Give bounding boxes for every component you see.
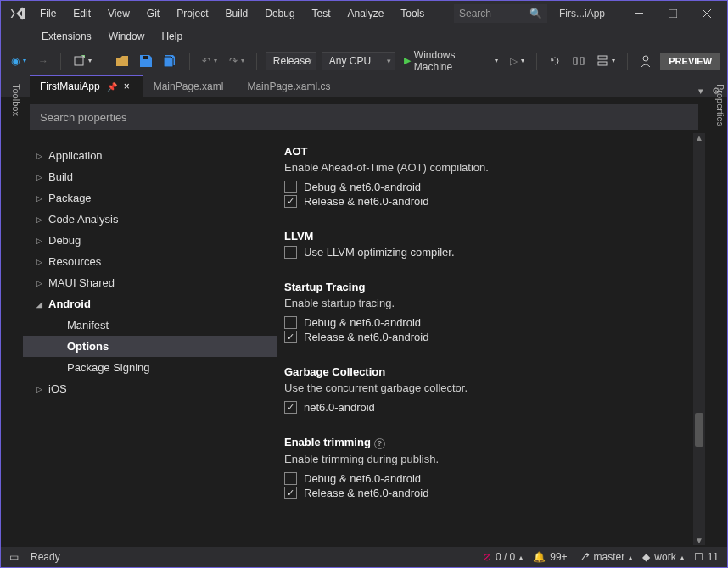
maximize-button[interactable] xyxy=(656,2,690,25)
tree-resources[interactable]: ▷Resources xyxy=(23,251,277,272)
statusbar: ▭ Ready ⊘0 / 0▴ 🔔99+ ⎇master▴ ◆work▴ ☐11 xyxy=(1,547,727,567)
svg-point-8 xyxy=(643,56,648,61)
config-dropdown[interactable]: Release xyxy=(266,52,316,70)
new-item-button[interactable]: ▾ xyxy=(70,53,95,69)
tab-mainpage-xaml[interactable]: MainPage.xaml xyxy=(143,76,238,97)
vertical-scrollbar[interactable]: ▲ ▼ xyxy=(693,133,705,545)
checkbox-aot-release[interactable] xyxy=(284,195,297,208)
output-icon[interactable]: ▭ xyxy=(9,551,19,563)
tree-ios[interactable]: ▷iOS xyxy=(23,378,277,399)
menu-tools[interactable]: Tools xyxy=(392,4,433,23)
menubar-row2: Extensions Window Help xyxy=(1,26,727,47)
document-tabs: FirstMauiApp 📌 × MainPage.xaml MainPage.… xyxy=(1,75,727,97)
close-button[interactable] xyxy=(690,2,724,25)
close-icon[interactable]: × xyxy=(124,81,130,92)
tree-code-analysis[interactable]: ▷Code Analysis xyxy=(23,209,277,230)
menu-view[interactable]: View xyxy=(99,4,138,23)
save-all-button[interactable] xyxy=(160,53,181,69)
undo-button[interactable]: ↶ ▾ xyxy=(199,53,221,69)
menu-project[interactable]: Project xyxy=(168,4,216,23)
tab-firstmauiapp[interactable]: FirstMauiApp 📌 × xyxy=(30,75,143,97)
toolbox-sidetab[interactable]: Toolbox xyxy=(3,79,21,116)
status-right: ⊘0 / 0▴ 🔔99+ ⎇master▴ ◆work▴ ☐11 xyxy=(483,551,719,563)
checkbox-llvm[interactable] xyxy=(284,246,297,259)
menu-debug[interactable]: Debug xyxy=(256,4,303,23)
tab-label: MainPage.xaml xyxy=(154,81,224,92)
menu-analyze[interactable]: Analyze xyxy=(339,4,393,23)
preview-button[interactable]: PREVIEW xyxy=(660,53,720,70)
status-notifications[interactable]: 🔔99+ xyxy=(533,551,567,563)
scroll-up-icon[interactable]: ▲ xyxy=(695,133,703,142)
section-title: Garbage Collection xyxy=(284,365,688,378)
tree-package[interactable]: ▷Package xyxy=(23,187,277,209)
search-properties-input[interactable]: Search properties xyxy=(30,104,698,130)
platform-dropdown[interactable]: Any CPU xyxy=(322,52,395,70)
checkbox-tracing-debug[interactable] xyxy=(284,316,297,329)
branch-name: master xyxy=(594,551,625,563)
menu-window[interactable]: Window xyxy=(100,27,154,46)
tree-android[interactable]: ◢Android xyxy=(23,293,277,315)
check-label: Debug & net6.0-android xyxy=(304,472,421,485)
tree-label: Resources xyxy=(48,255,101,268)
separator xyxy=(256,53,257,70)
tree-label: MAUI Shared xyxy=(48,276,115,289)
properties-sidetab[interactable]: Properties xyxy=(707,79,725,126)
tab-overflow-icon[interactable]: ▾ xyxy=(698,86,703,97)
redo-button[interactable]: ↷ ▾ xyxy=(226,53,248,69)
tree-options[interactable]: Options xyxy=(23,336,277,357)
separator xyxy=(189,53,190,70)
live-share-icon[interactable] xyxy=(636,53,655,69)
align-icon[interactable]: ▾ xyxy=(593,53,619,69)
checkbox-gc[interactable] xyxy=(284,401,297,414)
hot-reload-icon[interactable] xyxy=(546,53,564,69)
tab-label: FirstMauiApp xyxy=(40,81,100,92)
run-button[interactable]: ▶ Windows Machine ▾ xyxy=(400,47,502,75)
menu-build[interactable]: Build xyxy=(217,4,257,23)
nav-fwd-button[interactable]: → xyxy=(35,53,52,69)
status-line[interactable]: ☐11 xyxy=(694,551,719,563)
separator xyxy=(104,53,104,70)
step-icon[interactable] xyxy=(569,53,588,69)
scroll-down-icon[interactable]: ▼ xyxy=(695,536,703,545)
menu-git[interactable]: Git xyxy=(138,4,168,23)
checkbox-aot-debug[interactable] xyxy=(284,181,297,193)
title-text: Enable trimming xyxy=(284,436,371,448)
svg-rect-0 xyxy=(635,13,643,14)
open-file-button[interactable] xyxy=(113,54,132,68)
scroll-thumb[interactable] xyxy=(695,413,703,447)
run-without-debug-button[interactable]: ▷▾ xyxy=(507,53,528,69)
status-ready: Ready xyxy=(31,551,60,563)
status-errors[interactable]: ⊘0 / 0▴ xyxy=(483,551,523,563)
tree-label: Package Signing xyxy=(67,361,150,374)
minimize-button[interactable] xyxy=(622,2,656,25)
svg-rect-6 xyxy=(598,56,607,59)
menu-file[interactable]: File xyxy=(31,4,64,23)
status-work[interactable]: ◆work▴ xyxy=(642,551,683,563)
checkbox-trim-debug[interactable] xyxy=(284,472,297,485)
pin-icon[interactable]: 📌 xyxy=(107,82,117,92)
section-trim: Enable trimming? Enable trimming during … xyxy=(284,436,688,499)
nav-back-button[interactable]: ◉ ▾ xyxy=(8,53,30,69)
info-icon[interactable]: ? xyxy=(374,438,385,449)
tree-package-signing[interactable]: Package Signing xyxy=(23,357,277,378)
vs-logo-icon xyxy=(9,5,26,22)
section-desc: Enable trimming during publish. xyxy=(284,453,688,465)
tree-maui-shared[interactable]: ▷MAUI Shared xyxy=(23,272,277,293)
menu-extensions[interactable]: Extensions xyxy=(33,27,100,46)
window-controls xyxy=(622,2,724,25)
save-button[interactable] xyxy=(137,53,155,69)
tab-mainpage-xaml-cs[interactable]: MainPage.xaml.cs xyxy=(237,76,344,97)
tree-application[interactable]: ▷Application xyxy=(23,145,277,166)
checkbox-tracing-release[interactable] xyxy=(284,331,297,343)
menubar: File Edit View Git Project Build Debug T… xyxy=(31,4,433,23)
menu-edit[interactable]: Edit xyxy=(64,4,99,23)
menu-test[interactable]: Test xyxy=(304,4,339,23)
quick-search[interactable]: Search 🔍 xyxy=(454,4,547,23)
check-label: Release & net6.0-android xyxy=(304,331,428,343)
tree-build[interactable]: ▷Build xyxy=(23,166,277,187)
menu-help[interactable]: Help xyxy=(153,27,191,46)
checkbox-trim-release[interactable] xyxy=(284,487,297,499)
tree-debug[interactable]: ▷Debug xyxy=(23,230,277,251)
status-branch[interactable]: ⎇master▴ xyxy=(578,551,633,563)
tree-manifest[interactable]: Manifest xyxy=(23,315,277,336)
